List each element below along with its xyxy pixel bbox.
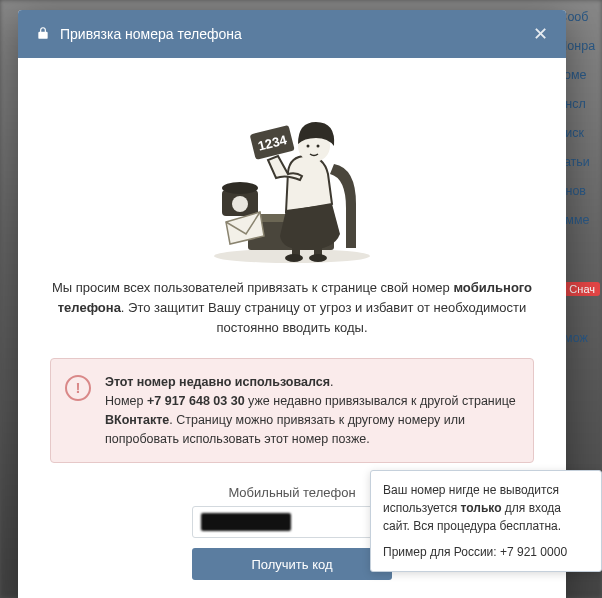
modal-header: Привязка номера телефона ✕ [18, 10, 566, 58]
svg-point-12 [307, 145, 310, 148]
warning-phone: +7 917 648 03 30 [147, 394, 245, 408]
warning-box: ! Этот номер недавно использовался. Номе… [50, 358, 534, 463]
svg-rect-8 [314, 242, 322, 256]
modal-title: Привязка номера телефона [60, 26, 242, 42]
svg-point-13 [317, 145, 320, 148]
intro-text: Мы просим всех пользователей привязать к… [44, 278, 540, 338]
svg-point-4 [222, 182, 258, 194]
alert-icon: ! [65, 375, 91, 401]
warning-title: Этот номер недавно использовался [105, 375, 330, 389]
illustration: 1234 [192, 84, 392, 264]
phone-label: Мобильный телефон [228, 485, 355, 500]
side-tooltip: Ваш номер нигде не выводится используетс… [370, 470, 602, 572]
get-code-button[interactable]: Получить код [192, 548, 392, 580]
phone-input[interactable] [192, 506, 392, 538]
redacted-value [201, 513, 291, 531]
lock-icon [36, 26, 50, 43]
bg-badge: Снач [564, 282, 600, 296]
close-icon[interactable]: ✕ [533, 25, 548, 43]
svg-rect-7 [292, 242, 300, 256]
svg-point-9 [285, 254, 303, 262]
svg-point-10 [309, 254, 327, 262]
svg-point-5 [232, 196, 248, 212]
modal-content: 1234 Мы просим всех пользователей привяз… [18, 58, 566, 598]
bind-phone-modal: Привязка номера телефона ✕ [18, 10, 566, 598]
